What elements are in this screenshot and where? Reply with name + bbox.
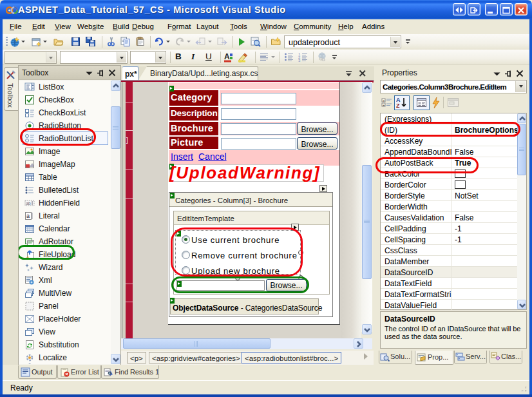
svg-text:3: 3 [298,59,301,63]
svg-text:A: A [224,52,230,61]
svg-text:+: + [383,103,385,107]
svg-text:a: a [26,213,30,219]
svg-text:Z: Z [396,102,400,109]
svg-text:+: + [383,99,385,102]
svg-text:ab: ab [26,201,32,206]
